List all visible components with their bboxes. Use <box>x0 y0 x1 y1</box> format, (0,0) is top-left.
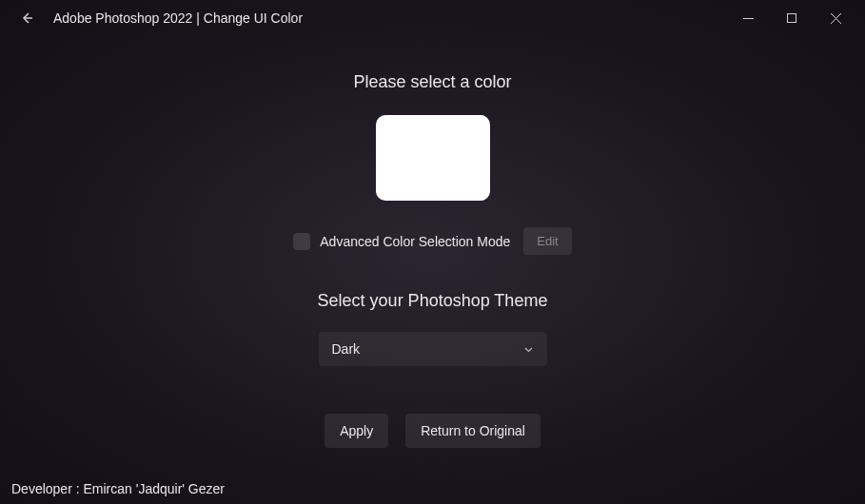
maximize-button[interactable] <box>770 4 814 32</box>
main-content: Please select a color Advanced Color Sel… <box>0 36 865 448</box>
svg-rect-1 <box>788 14 796 23</box>
color-heading: Please select a color <box>353 72 511 92</box>
minimize-button[interactable] <box>726 4 770 32</box>
close-button[interactable] <box>814 4 857 32</box>
apply-button[interactable]: Apply <box>324 414 388 448</box>
theme-select[interactable]: Dark <box>319 332 547 366</box>
advanced-checkbox[interactable] <box>293 233 310 250</box>
maximize-icon <box>787 13 796 23</box>
window-controls <box>726 4 857 32</box>
color-swatch[interactable] <box>376 115 490 201</box>
theme-heading: Select your Photoshop Theme <box>318 291 548 311</box>
advanced-label: Advanced Color Selection Mode <box>320 234 510 249</box>
advanced-row: Advanced Color Selection Mode Edit <box>293 227 571 255</box>
back-button[interactable] <box>13 5 40 31</box>
minimize-icon <box>743 13 754 24</box>
titlebar: Adobe Photoshop 2022 | Change UI Color <box>0 0 865 36</box>
return-button[interactable]: Return to Original <box>405 414 541 448</box>
action-row: Apply Return to Original <box>324 414 541 448</box>
chevron-down-icon <box>523 344 534 355</box>
edit-button[interactable]: Edit <box>523 227 571 255</box>
arrow-left-icon <box>19 10 34 26</box>
close-icon <box>831 13 841 24</box>
developer-credit: Developer : Emircan 'Jadquir' Gezer <box>11 481 225 496</box>
theme-select-value: Dark <box>332 341 361 357</box>
window-title: Adobe Photoshop 2022 | Change UI Color <box>53 10 303 26</box>
